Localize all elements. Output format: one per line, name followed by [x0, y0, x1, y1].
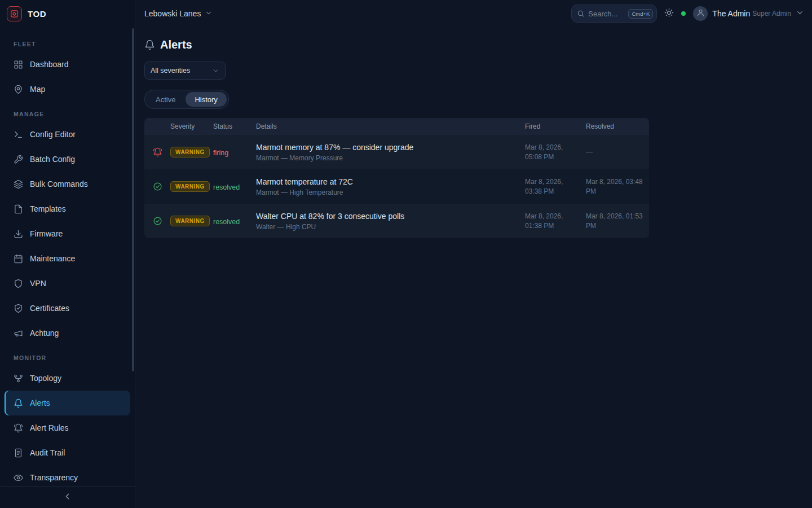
bell-icon [144, 40, 155, 50]
layers-icon [14, 179, 23, 189]
app-root: TOD FLEET Dashboard Map MANAGE Config Ed… [0, 0, 812, 508]
user-icon [696, 8, 705, 19]
alert-subtitle: Marmot — Memory Pressure [256, 154, 519, 162]
sidebar-item-label: Maintenance [30, 254, 75, 263]
brand-name: TOD [28, 9, 46, 19]
chevron-down-icon [205, 9, 213, 19]
chevron-down-icon [212, 67, 219, 75]
sidebar-collapse-button[interactable] [63, 492, 72, 503]
map-pin-icon [14, 85, 23, 94]
topology-icon [14, 374, 23, 383]
sidebar-section: MANAGE Config Editor Batch Config Bulk C… [0, 102, 135, 345]
sidebar-scrollbar[interactable] [132, 28, 134, 371]
brand-logo-icon [7, 6, 22, 21]
sidebar-item-maintenance[interactable]: Maintenance [5, 246, 130, 271]
header-details: Details [256, 122, 525, 130]
alert-subtitle: Walter — High CPU [256, 223, 519, 231]
sidebar-section-label: MANAGE [0, 102, 135, 122]
alerts-table: Severity Status Details Fired Resolved W… [144, 118, 649, 238]
avatar [693, 6, 708, 21]
severity-badge: WARNING [170, 216, 210, 226]
sidebar-section-items: Config Editor Batch Config Bulk Commands… [0, 122, 135, 345]
sidebar-item-batch-config[interactable]: Batch Config [5, 147, 130, 172]
topbar-right: Cmd+K The Admin Super Admin [571, 5, 804, 23]
file-icon [14, 204, 23, 214]
sidebar-item-label: Certificates [30, 304, 69, 313]
sidebar-item-firmware[interactable]: Firmware [5, 221, 130, 246]
sidebar-item-label: Alerts [30, 398, 50, 408]
status-text: resolved [213, 218, 240, 226]
sidebar-item-certificates[interactable]: Certificates [5, 296, 130, 321]
sidebar-item-alert-rules[interactable]: Alert Rules [5, 415, 130, 440]
topbar: Lebowski Lanes Cmd+K The Admin [135, 0, 812, 27]
theme-toggle-button[interactable] [664, 8, 674, 19]
org-selector[interactable]: Lebowski Lanes [144, 9, 213, 19]
sidebar-item-label: Achtung [30, 329, 59, 338]
sidebar-item-label: Batch Config [30, 155, 75, 164]
resolved-time: Mar 8, 2026, 01:53 PM [586, 212, 649, 230]
sidebar-item-label: Templates [30, 204, 66, 213]
sidebar-item-label: Alert Rules [30, 423, 68, 432]
wrench-icon [14, 155, 23, 164]
chevron-left-icon [63, 492, 72, 503]
sidebar-item-label: Topology [30, 374, 61, 383]
sidebar-section: MONITOR Topology Alerts Alert Rules Audi… [0, 345, 135, 486]
file-text-icon [14, 448, 23, 458]
sidebar: TOD FLEET Dashboard Map MANAGE Config Ed… [0, 0, 135, 508]
sidebar-footer [0, 486, 135, 508]
tab-active[interactable]: Active [147, 92, 184, 107]
sidebar-nav: FLEET Dashboard Map MANAGE Config Editor… [0, 27, 135, 486]
calendar-icon [14, 254, 23, 264]
severity-badge: WARNING [170, 147, 210, 157]
sidebar-item-label: Config Editor [30, 130, 76, 139]
alert-title: Marmot temperature at 72C [256, 177, 519, 186]
sidebar-item-map[interactable]: Map [5, 77, 130, 102]
header-fired: Fired [525, 122, 586, 130]
search-box[interactable]: Cmd+K [571, 5, 657, 23]
sidebar-item-vpn[interactable]: VPN [5, 271, 130, 296]
sidebar-item-label: Audit Trail [30, 448, 65, 457]
table-row[interactable]: WARNING firing Marmot memory at 87% — co… [144, 135, 649, 169]
bell-ring-icon [14, 423, 23, 433]
header-status: Status [213, 122, 256, 130]
alert-title: Walter CPU at 82% for 3 consecutive poll… [256, 212, 519, 221]
sidebar-item-transparency[interactable]: Transparency [5, 465, 130, 486]
table-row[interactable]: WARNING resolved Marmot temperature at 7… [144, 169, 649, 204]
org-name: Lebowski Lanes [144, 9, 201, 18]
bell-icon [14, 398, 23, 408]
terminal-icon [14, 130, 23, 139]
tab-history[interactable]: History [186, 92, 226, 107]
sidebar-item-alerts[interactable]: Alerts [5, 391, 130, 415]
search-input[interactable] [588, 10, 625, 18]
sidebar-item-config-editor[interactable]: Config Editor [5, 122, 130, 147]
sidebar-item-dashboard[interactable]: Dashboard [5, 52, 130, 77]
resolved-time: Mar 8, 2026, 03:48 PM [586, 177, 649, 195]
sidebar-section-label: FLEET [0, 32, 135, 52]
table-row[interactable]: WARNING resolved Walter CPU at 82% for 3… [144, 204, 649, 238]
sidebar-item-label: Firmware [30, 229, 63, 238]
sidebar-section-items: Topology Alerts Alert Rules Audit Trail … [0, 366, 135, 486]
severity-filter-value: All severities [151, 67, 190, 75]
sidebar-item-templates[interactable]: Templates [5, 196, 130, 221]
sidebar-item-topology[interactable]: Topology [5, 366, 130, 391]
severity-filter-select[interactable]: All severities [144, 62, 226, 80]
sidebar-section-items: Dashboard Map [0, 52, 135, 102]
page-title: Alerts [160, 38, 192, 51]
header-severity: Severity [170, 122, 213, 130]
brand[interactable]: TOD [0, 0, 135, 27]
megaphone-icon [14, 329, 23, 338]
shield-icon [14, 279, 23, 288]
filter-row: All severities [144, 62, 803, 80]
user-name: The Admin [712, 9, 750, 18]
user-menu[interactable]: The Admin Super Admin [693, 6, 804, 21]
sidebar-section-label: MONITOR [0, 345, 135, 366]
fired-time: Mar 8, 2026, 03:38 PM [525, 177, 586, 195]
sidebar-item-bulk-commands[interactable]: Bulk Commands [5, 172, 130, 196]
online-status-dot [681, 11, 686, 16]
alert-title: Marmot memory at 87% — consider upgrade [256, 143, 519, 152]
sidebar-item-label: Map [30, 85, 45, 94]
sidebar-item-audit-trail[interactable]: Audit Trail [5, 440, 130, 465]
sidebar-item-achtung[interactable]: Achtung [5, 321, 130, 345]
header-resolved: Resolved [586, 122, 649, 130]
sidebar-section: FLEET Dashboard Map [0, 32, 135, 102]
